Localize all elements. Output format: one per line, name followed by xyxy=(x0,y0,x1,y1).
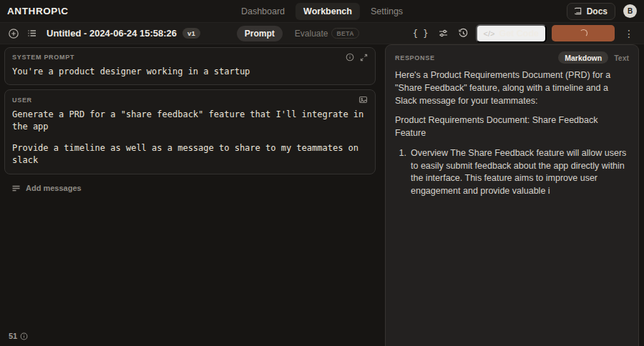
user-message-box[interactable]: USER Generate a PRD for a "share feedbac… xyxy=(4,89,376,174)
model-settings-button[interactable] xyxy=(436,26,451,41)
tab-markdown[interactable]: Markdown xyxy=(558,51,608,64)
sliders-icon xyxy=(438,28,449,39)
tab-evaluate-label: Evaluate xyxy=(295,29,328,39)
docs-button-label: Docs xyxy=(587,6,608,16)
prompt-list-button[interactable] xyxy=(24,26,39,41)
list-icon xyxy=(26,28,37,39)
prompt-title[interactable]: Untitled - 2024-06-24 15:58:26 xyxy=(47,28,177,39)
nav-right-group: Docs B xyxy=(567,3,637,20)
more-options-button[interactable]: ⋮ xyxy=(620,26,638,41)
nav-item-dashboard[interactable]: Dashboard xyxy=(233,3,293,20)
history-button[interactable] xyxy=(456,26,471,41)
image-upload-icon[interactable] xyxy=(358,95,368,104)
user-message-line[interactable]: Generate a PRD for a "share feedback" fe… xyxy=(12,109,368,134)
toolbar-left-group: Untitled - 2024-06-24 15:58:26 v1 Prompt… xyxy=(0,25,381,41)
response-header: RESPONSE Markdown Text xyxy=(395,51,629,64)
tab-prompt[interactable]: Prompt xyxy=(237,26,283,41)
top-nav: ANTHROP\C Dashboard Workbench Settings D… xyxy=(0,0,644,23)
history-icon xyxy=(458,28,469,39)
response-list-item: 1. Overview The Share Feedback feature w… xyxy=(398,147,629,198)
system-prompt-input[interactable]: You're a product designer working in a s… xyxy=(12,65,368,78)
list-marker: 1. xyxy=(398,147,411,198)
tab-evaluate[interactable]: Evaluate BETA xyxy=(287,25,367,41)
book-icon xyxy=(575,7,582,15)
mode-tabs: Prompt Evaluate BETA xyxy=(237,25,367,41)
system-prompt-box[interactable]: SYSTEM PROMPT You're a product designer … xyxy=(4,47,376,85)
format-tabs: Markdown Text xyxy=(558,51,629,64)
response-paragraph: Product Requirements Document: Share Fee… xyxy=(395,114,629,140)
response-list: 1. Overview The Share Feedback feature w… xyxy=(398,147,629,198)
nav-item-settings[interactable]: Settings xyxy=(363,3,411,20)
tab-text[interactable]: Text xyxy=(614,54,629,62)
user-message-line[interactable]: Provide a timeline as well as a message … xyxy=(12,142,368,167)
variables-button[interactable]: { } xyxy=(411,26,431,41)
plus-circle-icon xyxy=(8,28,19,39)
beta-badge: BETA xyxy=(331,28,359,39)
get-code-label: Get Code xyxy=(499,29,539,39)
response-body: Here's a Product Requirements Document (… xyxy=(395,69,629,198)
response-panel: RESPONSE Markdown Text Here's a Product … xyxy=(385,44,639,346)
add-messages-button[interactable]: Add messages xyxy=(11,184,376,193)
toolbar-right-group: { } </> Get Code ⋮ xyxy=(381,24,644,43)
expand-icon[interactable] xyxy=(360,54,368,61)
prompt-pane: SYSTEM PROMPT You're a product designer … xyxy=(0,44,381,346)
user-label: USER xyxy=(12,97,32,104)
avatar[interactable]: B xyxy=(623,4,637,18)
docs-button[interactable]: Docs xyxy=(567,3,615,20)
version-badge[interactable]: v1 xyxy=(182,28,200,39)
response-label: RESPONSE xyxy=(395,54,435,61)
workbench-main: SYSTEM PROMPT You're a product designer … xyxy=(0,44,644,346)
nav-item-workbench[interactable]: Workbench xyxy=(296,3,360,20)
token-info-icon[interactable] xyxy=(20,332,28,340)
loading-spinner-icon xyxy=(580,29,587,37)
code-icon: </> xyxy=(484,29,495,38)
system-prompt-label: SYSTEM PROMPT xyxy=(12,54,74,61)
braces-icon: { } xyxy=(413,29,429,39)
new-prompt-button[interactable] xyxy=(6,26,21,41)
main-nav: Dashboard Workbench Settings xyxy=(233,3,411,20)
prompt-footer: 51 xyxy=(4,332,376,346)
workbench-toolbar: Untitled - 2024-06-24 15:58:26 v1 Prompt… xyxy=(0,23,644,44)
anthropic-logo: ANTHROP\C xyxy=(7,6,69,16)
add-messages-icon xyxy=(11,184,21,193)
add-messages-label: Add messages xyxy=(26,184,82,192)
response-paragraph: Here's a Product Requirements Document (… xyxy=(395,69,629,107)
info-icon[interactable] xyxy=(346,53,354,61)
get-code-button[interactable]: </> Get Code xyxy=(476,24,547,43)
token-count: 51 xyxy=(9,332,17,340)
run-button[interactable] xyxy=(552,25,615,41)
list-item-text: Overview The Share Feedback feature will… xyxy=(411,147,629,198)
